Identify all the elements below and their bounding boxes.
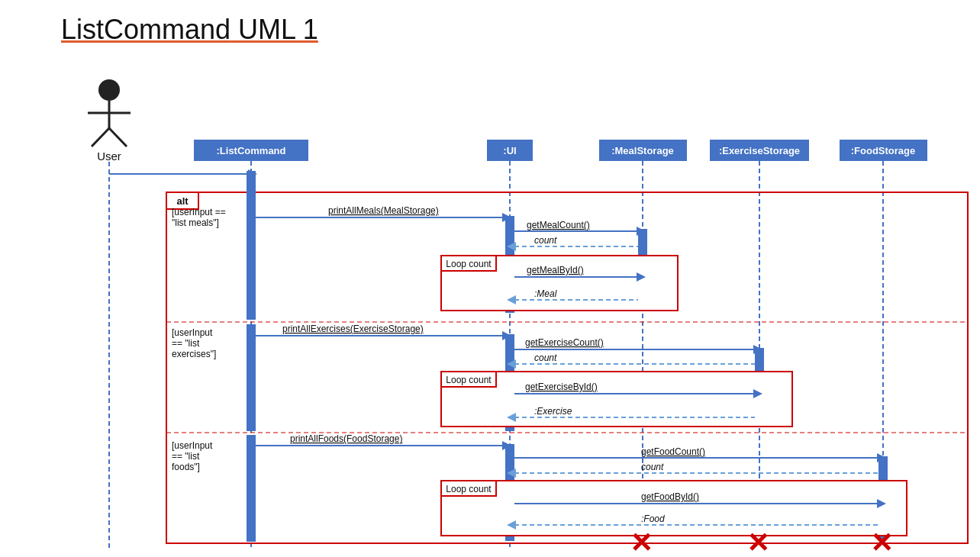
user-label: User (97, 150, 121, 163)
page-title: ListCommand UML 1 (0, 0, 980, 46)
loop-label-box-1 (441, 256, 496, 271)
activation-mealstorage-1 (638, 229, 647, 311)
guard-listexercises-3: exercises"] (172, 349, 216, 359)
loop-label-3: Loop count (446, 484, 492, 494)
msg-printallfooods: printAllFoods(FoodStorage) (290, 433, 402, 444)
loop-label-box-2 (441, 372, 496, 387)
activation-exercisestorage-1 (755, 348, 764, 424)
user-left-leg (92, 128, 109, 146)
arrowhead-getmealbyid (637, 272, 646, 282)
arrowhead-exercise-return (507, 413, 516, 422)
lifeline-label-mealstorage: :MealStorage (611, 145, 674, 156)
user-head (98, 79, 120, 101)
activation-listcommand-2 (247, 324, 256, 431)
arrowhead-count-1 (507, 242, 516, 251)
lifeline-header-exercisestorage (710, 140, 809, 161)
guard-listmeals-2: "list meals"] (172, 217, 219, 228)
arrowhead-getfoodbyid (877, 499, 886, 508)
arrowhead-count-2 (507, 359, 516, 369)
lifeline-header-mealstorage (599, 140, 687, 161)
msg-count-2: count (534, 353, 557, 363)
arrowhead-meal-return (507, 295, 516, 304)
activation-ui-3 (505, 444, 514, 541)
msg-meal-return: :Meal (534, 288, 557, 299)
arrowhead-count-3 (507, 468, 516, 478)
title-underlined: ListCommand (61, 14, 230, 45)
user-init-arrowhead (248, 169, 257, 179)
msg-food-return: :Food (641, 514, 665, 524)
guard-listfoods-2: == "list (172, 451, 200, 462)
msg-getfoodbyid: getFoodById() (641, 491, 699, 502)
user-right-leg (109, 128, 127, 146)
lifeline-label-ui: :UI (503, 145, 516, 156)
msg-exercise-return: :Exercise (534, 406, 572, 417)
activation-foodstorage-1 (878, 456, 888, 539)
diagram-svg: User :ListCommand :UI :MealStorage :Exer… (0, 0, 980, 557)
activation-ui-1 (505, 216, 514, 313)
arrowhead-getexercisebyid (753, 389, 762, 398)
x-mark-foodstorage: ✕ (870, 527, 893, 557)
activation-listcommand-1 (247, 171, 256, 320)
lifeline-header-listcommand (194, 140, 308, 161)
guard-listfoods-1: [userInput (172, 440, 213, 451)
alt-label-text: alt (176, 195, 189, 207)
arrowhead-getexercisecount (753, 345, 762, 354)
msg-getmealbyid: getMealById() (527, 265, 584, 275)
lifeline-header-ui (487, 140, 533, 161)
msg-count-3: count (641, 462, 664, 472)
lifeline-header-foodstorage (840, 140, 927, 161)
guard-listexercises-1: [userInput (172, 327, 213, 338)
arrowhead-printallexercises (502, 331, 511, 340)
guard-listexercises-2: == "list (172, 338, 200, 349)
arrowhead-printallfooods (502, 441, 511, 450)
alt-label-box (166, 192, 198, 209)
arrowhead-printallmeals (502, 213, 511, 222)
msg-getmealcount: getMealCount() (527, 220, 590, 230)
lifeline-label-listcommand: :ListCommand (217, 145, 286, 156)
lifeline-label-foodstorage: :FoodStorage (851, 145, 916, 156)
msg-getexercisebyid: getExerciseById() (525, 382, 598, 392)
loop-label-2: Loop count (446, 375, 492, 385)
loop-frame-3 (441, 481, 907, 536)
loop-frame-2 (441, 372, 792, 427)
activation-ui-2 (505, 334, 514, 431)
msg-printallexercises: printAllExercises(ExerciseStorage) (282, 324, 424, 334)
alt-frame (166, 192, 968, 543)
x-mark-mealstorage: ✕ (630, 527, 653, 557)
msg-getfoodcount: getFoodCount() (641, 446, 705, 457)
arrowhead-food-return (507, 520, 516, 530)
msg-printallmeals: printAllMeals(MealStorage) (328, 205, 439, 216)
activation-listcommand-3 (247, 435, 256, 542)
lifeline-label-exercisestorage: :ExerciseStorage (719, 145, 800, 156)
msg-getexercisecount: getExerciseCount() (525, 337, 604, 348)
x-mark-exercisestorage: ✕ (746, 527, 769, 557)
arrowhead-getmealcount (637, 227, 646, 236)
loop-label-1: Loop count (446, 259, 492, 269)
arrowhead-getfoodcount (877, 453, 886, 462)
guard-listfoods-3: foods"] (172, 462, 200, 472)
guard-listmeals-1: [userInput == (172, 207, 226, 217)
loop-label-box-3 (441, 481, 496, 496)
loop-frame-1 (441, 256, 678, 311)
msg-count-1: count (534, 235, 557, 246)
